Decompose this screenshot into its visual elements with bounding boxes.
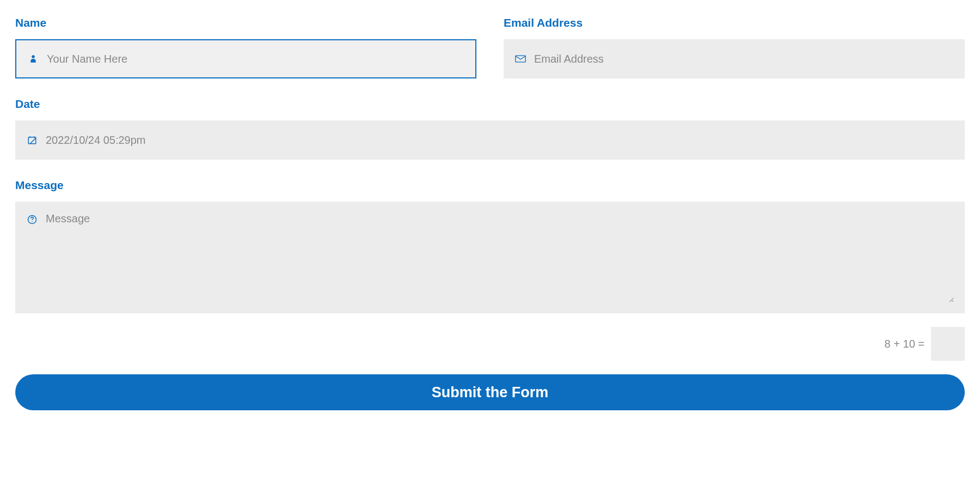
captcha-row: 8 + 10 = [15, 327, 965, 361]
envelope-icon [514, 53, 526, 65]
email-input-wrapper [504, 39, 965, 78]
date-input[interactable] [46, 120, 954, 160]
svg-rect-1 [516, 56, 525, 62]
person-icon [27, 53, 39, 65]
calendar-icon [26, 134, 38, 146]
question-circle-icon [26, 214, 38, 226]
captcha-input[interactable] [931, 327, 965, 361]
row-date: Date [15, 98, 965, 160]
message-field-group: Message [15, 179, 965, 313]
row-name-email: Name Email Address [15, 16, 965, 78]
message-textarea[interactable] [46, 212, 954, 302]
contact-form: Name Email Address [15, 16, 965, 410]
date-input-wrapper [15, 120, 965, 160]
email-field-group: Email Address [504, 16, 965, 78]
email-input[interactable] [534, 39, 954, 78]
name-input[interactable] [47, 40, 464, 77]
captcha-question: 8 + 10 = [885, 338, 924, 350]
svg-rect-2 [28, 137, 36, 144]
date-field-group: Date [15, 98, 965, 160]
message-textarea-wrapper [15, 202, 965, 313]
submit-button[interactable]: Submit the Form [15, 374, 965, 410]
svg-point-0 [32, 55, 35, 58]
name-field-group: Name [15, 16, 476, 78]
row-message: Message [15, 179, 965, 313]
message-label: Message [15, 179, 965, 192]
date-label: Date [15, 98, 965, 111]
svg-point-4 [32, 221, 33, 222]
name-input-wrapper [15, 39, 476, 78]
email-label: Email Address [504, 16, 965, 29]
name-label: Name [15, 16, 476, 29]
